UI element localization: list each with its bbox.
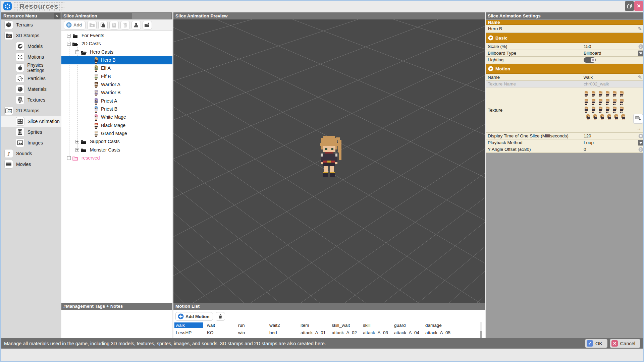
tree-expand-minus[interactable] (67, 42, 71, 46)
tree-item-grand-mage[interactable]: Grand Mage (61, 130, 172, 138)
motion-item-skill-wait[interactable]: skill_wait (330, 322, 351, 328)
name-section-header: Name (486, 20, 644, 25)
motion-item-bed[interactable]: bed (268, 330, 278, 336)
tree-item-support-casts[interactable]: Support Casts (61, 138, 172, 146)
tree-item-hero-casts[interactable]: Hero Casts (61, 48, 172, 56)
motion-item-run[interactable]: run (237, 322, 246, 328)
spinner-icon[interactable] (638, 44, 643, 49)
copy-button[interactable] (98, 21, 108, 29)
cast-sprite-icon (94, 131, 99, 137)
delete-button[interactable] (120, 21, 130, 29)
collapse-sidebar-button[interactable]: < (54, 13, 60, 19)
motion-item-attack-a-01[interactable]: attack_A_01 (299, 330, 327, 336)
motion-item-wait[interactable]: wait (206, 322, 216, 328)
sidebar-item-materials[interactable]: Materials (1, 84, 61, 95)
tree-item-warrior-a[interactable]: Warrior A (61, 81, 172, 89)
motion-item-attack-a-02[interactable]: attack_A_02 (330, 330, 358, 336)
pencil-icon[interactable]: ✎ (638, 74, 642, 80)
tree-item-label: reserved (82, 155, 100, 161)
sidebar-item-2d-stamps[interactable]: 2D 2D Stamps (1, 105, 61, 116)
motion-item-attack-a-04[interactable]: attack_A_04 (393, 330, 421, 336)
tree-item-elf-b[interactable]: Elf B (61, 73, 172, 81)
add-folder-button[interactable] (87, 21, 97, 29)
motion-item-ko[interactable]: KO (206, 330, 215, 336)
sidebar-item-models[interactable]: Models (1, 41, 61, 52)
motion-item-lesshp[interactable]: LessHP (174, 330, 193, 336)
sidebar-item-sounds[interactable]: ♪ Sounds (1, 148, 61, 159)
sidebar-item-images[interactable]: Images (1, 137, 61, 148)
tree-item-white-mage[interactable]: White Mage (61, 113, 172, 121)
search-input[interactable] (132, 13, 171, 19)
tree-expand-plus[interactable] (75, 140, 79, 143)
tree-expand-plus[interactable] (67, 34, 71, 38)
tree-item-monster-casts[interactable]: Monster Casts (61, 146, 172, 154)
motion-item-guard[interactable]: guard (393, 322, 407, 328)
motion-section-header[interactable]: Motion (486, 64, 644, 74)
tree-item-for-events[interactable]: For Events (61, 32, 172, 40)
restore-window-button[interactable] (625, 1, 634, 11)
slice-toolbar: Add (61, 19, 172, 31)
tree-expand-plus[interactable] (67, 156, 71, 160)
motion-item-skill[interactable]: skill (362, 322, 372, 328)
sidebar-item-label: Models (28, 44, 43, 49)
tree-item-hero-b[interactable]: Hero B (61, 56, 172, 64)
tree-item-warrior-b[interactable]: Warrior B (61, 89, 172, 97)
delete-motion-button[interactable] (216, 312, 225, 321)
motion-item-attack-a-05[interactable]: attack_A_05 (424, 330, 452, 336)
tree-expand-plus[interactable] (75, 148, 79, 152)
texture-replace-button[interactable] (633, 114, 643, 124)
tree-item-reserved[interactable]: reserved (61, 154, 172, 162)
sidebar-item-terrains[interactable]: Terrains (1, 19, 61, 30)
sidebar-item-particles[interactable]: Particles (1, 73, 61, 84)
motion-item-walk[interactable]: walk (174, 322, 203, 328)
dropdown-icon[interactable] (638, 50, 644, 56)
motion-item-win[interactable]: win (237, 330, 246, 336)
lighting-toggle[interactable]: 0 (584, 57, 596, 63)
sidebar-item-textures[interactable]: Textures (1, 95, 61, 105)
tree-item-black-mage[interactable]: Black Mage (61, 122, 172, 130)
paste-button[interactable] (109, 21, 119, 29)
plus-icon (178, 313, 184, 319)
tree-item-elf-a[interactable]: Elf A (61, 64, 172, 72)
sidebar-item-3d-stamps[interactable]: 3D 3D Stamps (1, 30, 61, 41)
sidebar-item-motions[interactable]: Motions (1, 52, 61, 62)
preview-viewport[interactable] (173, 19, 485, 303)
pencil-icon[interactable]: ✎ (638, 26, 642, 32)
preview-header: Slice Animation Preview (173, 12, 485, 19)
tree-item-label: Elf B (101, 74, 111, 79)
sidebar-item-sprites[interactable]: Sprites (1, 127, 61, 137)
tree-item-priest-a[interactable]: Priest A (61, 97, 172, 105)
management-tags-header: #Management Tags + Notes (61, 303, 172, 310)
sidebar-item-physics-settings[interactable]: Physics Settings (1, 62, 61, 73)
add-button[interactable]: Add (64, 21, 86, 29)
sidebar-item-movies[interactable]: Movies (1, 159, 61, 170)
tree-expand-minus[interactable] (75, 50, 79, 54)
export-folder-button[interactable] (143, 21, 152, 29)
cancel-button[interactable]: ✕ Cancel (610, 339, 640, 348)
x-icon: ✕ (611, 340, 618, 347)
sidebar-item-slice-animation[interactable]: Slice Animation (1, 116, 61, 127)
cast-sprite-icon (94, 106, 99, 113)
folder-open-icon (81, 50, 87, 55)
sidebar-item-label: 2D Stamps (16, 108, 39, 113)
close-window-button[interactable]: ✕ (634, 1, 643, 11)
tree-item-priest-b[interactable]: Priest B (61, 105, 172, 113)
spinner-icon[interactable] (638, 133, 643, 138)
tree-item-2d-casts[interactable]: 2D Casts (61, 40, 172, 48)
physics-settings-icon (16, 63, 24, 72)
ok-button[interactable]: ✓ OK (585, 339, 607, 348)
motion-item-wait2[interactable]: wait2 (268, 322, 281, 328)
cast-tree: For Events2D CastsHero CastsHero BElf AE… (61, 31, 172, 303)
motion-item-damage[interactable]: damage (424, 322, 443, 328)
close-icon: ✕ (637, 3, 641, 9)
basic-section-header[interactable]: Basic (486, 33, 644, 43)
stamp-button[interactable] (131, 21, 141, 29)
movies-icon (4, 160, 13, 169)
motion-item-item[interactable]: item (299, 322, 311, 328)
spinner-icon[interactable] (638, 147, 643, 152)
motion-item-attack-a-03[interactable]: attack_A_03 (362, 330, 389, 336)
texture-next-arrow[interactable]: → (636, 125, 641, 131)
add-motion-button[interactable]: Add Motion (175, 312, 213, 321)
sidebar-item-label: Particles (28, 76, 46, 81)
dropdown-icon[interactable] (638, 140, 644, 145)
